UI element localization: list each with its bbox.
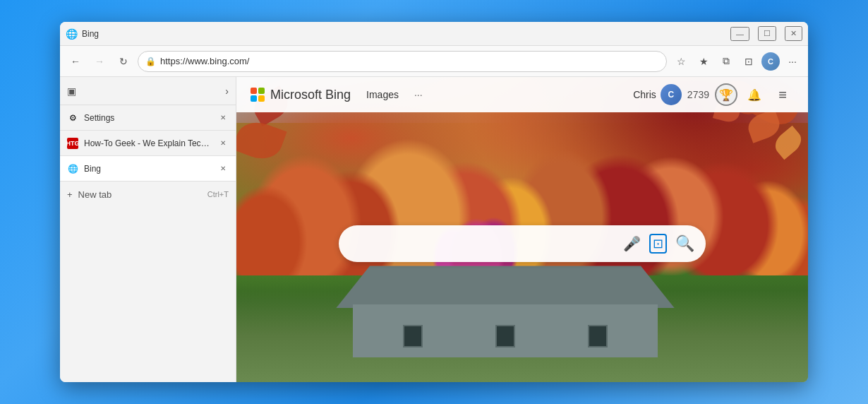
title-bar-left: 🌐 Bing: [66, 28, 99, 40]
ms-square-green: [258, 88, 265, 94]
back-button[interactable]: ←: [66, 52, 85, 71]
main-area: ▣ › ⚙ Settings ✕ HTG How-To Geek - We Ex…: [60, 77, 808, 382]
tab-settings[interactable]: ⚙ Settings ✕: [60, 105, 236, 131]
tab-bing-close[interactable]: ✕: [217, 163, 229, 174]
tab-howtogeek[interactable]: HTG How-To Geek - We Explain Techn... ✕: [60, 131, 236, 156]
new-tab-shortcut: Ctrl+T: [207, 190, 229, 198]
bing-rewards-button[interactable]: 🏆: [715, 83, 737, 106]
browser-logo-icon: 🌐: [66, 28, 78, 40]
search-box[interactable]: 🎤 ⊡ 🔍: [339, 225, 706, 262]
bing-notifications-button[interactable]: 🔔: [743, 83, 766, 106]
bing-user-avatar[interactable]: C: [661, 84, 682, 105]
tab-howtogeek-title: How-To Geek - We Explain Techn...: [84, 138, 212, 148]
nav-bar: ← → ↻ 🔒 https://www.bing.com/ ☆ ★ ⧉ ⊡ C …: [60, 46, 808, 77]
barn-roof: [336, 266, 675, 308]
bing-reward-points: 2739: [687, 89, 709, 100]
address-bar[interactable]: 🔒 https://www.bing.com/: [138, 51, 667, 72]
barn-window-2: [495, 325, 515, 347]
barn: [336, 266, 675, 357]
barn-window-1: [403, 325, 423, 347]
bing-logo-text: Microsoft Bing: [270, 88, 351, 102]
sidebar-tabs-icon: ▣: [67, 85, 76, 97]
tabs-icon: ▣: [67, 85, 76, 97]
settings-favicon: ⚙: [67, 112, 78, 124]
camera-icon[interactable]: ⊡: [649, 234, 667, 254]
bing-nav-more[interactable]: ···: [414, 89, 423, 100]
new-tab-button[interactable]: + New tab Ctrl+T: [60, 182, 236, 207]
title-bar: 🌐 Bing — ☐ ✕: [60, 22, 808, 46]
nav-actions: ☆ ★ ⧉ ⊡ C ···: [671, 52, 802, 71]
sidebar-panel: ▣ › ⚙ Settings ✕ HTG How-To Geek - We Ex…: [60, 77, 236, 382]
bing-user-info: Chris C: [633, 84, 682, 105]
bing-logo: Microsoft Bing: [251, 88, 351, 102]
bing-navbar: Microsoft Bing Images ··· Chris C 2739 🏆…: [236, 77, 808, 112]
plus-icon: +: [67, 189, 73, 200]
settings-more-button[interactable]: ···: [783, 52, 802, 71]
search-box-container: 🎤 ⊡ 🔍: [339, 225, 706, 262]
lock-icon: 🔒: [145, 57, 156, 66]
minimize-button[interactable]: —: [730, 27, 749, 41]
collapse-sidebar-button[interactable]: ›: [225, 85, 229, 97]
address-text: https://www.bing.com/: [160, 56, 659, 66]
bing-favicon: 🌐: [67, 163, 78, 174]
tab-settings-title: Settings: [84, 113, 212, 123]
mic-icon[interactable]: 🎤: [623, 235, 641, 252]
close-button[interactable]: ✕: [785, 26, 802, 41]
tab-bing-title: Bing: [84, 164, 212, 174]
page-title: Bing: [82, 29, 99, 39]
sidebar-header: ▣ ›: [60, 77, 236, 105]
search-input[interactable]: [350, 225, 615, 262]
maximize-button[interactable]: ☐: [758, 26, 776, 41]
howtogeek-favicon: HTG: [67, 138, 78, 149]
profile-avatar-nav[interactable]: C: [761, 52, 780, 71]
screenshot-button[interactable]: ⧉: [716, 52, 736, 71]
barn-body: [353, 304, 658, 357]
web-content: Microsoft Bing Images ··· Chris C 2739 🏆…: [236, 77, 808, 382]
favorites-button[interactable]: ☆: [671, 52, 691, 71]
bing-username: Chris: [633, 89, 656, 100]
bing-menu-button[interactable]: ≡: [771, 83, 794, 106]
tab-settings-close[interactable]: ✕: [217, 112, 229, 124]
new-tab-label: New tab: [78, 189, 112, 200]
bing-navbar-right: Chris C 2739 🏆 🔔 ≡: [633, 83, 794, 106]
title-bar-controls: — ☐ ✕: [730, 26, 802, 41]
tab-bing[interactable]: 🌐 Bing ✕: [60, 156, 236, 182]
browser-window: 🌐 Bing — ☐ ✕ ← → ↻ 🔒 https://www.bing.co…: [60, 22, 808, 382]
barn-window-3: [588, 325, 608, 347]
browser-essentials-button[interactable]: ⊡: [739, 52, 759, 71]
ms-square-blue: [251, 95, 257, 102]
refresh-button[interactable]: ↻: [114, 52, 133, 71]
microsoft-squares-icon: [251, 88, 265, 102]
forward-button[interactable]: →: [90, 52, 109, 71]
tab-howtogeek-close[interactable]: ✕: [217, 138, 229, 149]
ms-square-yellow: [258, 95, 265, 102]
collections-button[interactable]: ★: [694, 52, 713, 71]
search-submit-icon[interactable]: 🔍: [675, 234, 694, 253]
bing-images-link[interactable]: Images: [362, 86, 403, 103]
ms-square-red: [251, 88, 257, 94]
